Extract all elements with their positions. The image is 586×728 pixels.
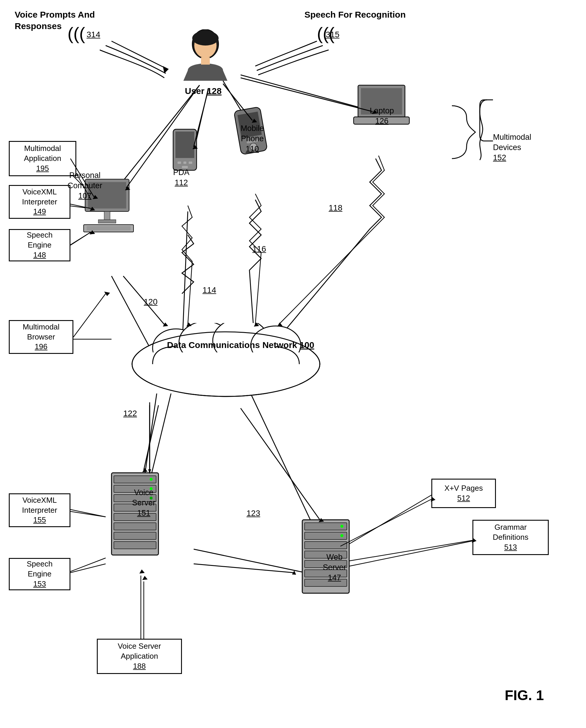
svg-rect-50: [183, 161, 186, 164]
svg-line-102: [194, 564, 293, 573]
svg-rect-48: [176, 131, 194, 158]
ref-120: 120: [144, 297, 158, 307]
speech-engine-top-box: Speech Engine 148: [9, 229, 71, 261]
ref-314: 314: [86, 29, 100, 40]
pda-label: PDA112: [173, 168, 190, 188]
laptop-label: Laptop126: [370, 106, 394, 126]
ref-122: 122: [123, 408, 137, 419]
svg-line-105: [71, 564, 106, 573]
svg-rect-43: [104, 211, 110, 220]
network-label: Data Communications Network 100: [158, 339, 323, 351]
svg-rect-51: [189, 161, 192, 164]
svg-rect-74: [114, 523, 156, 530]
speech-engine-bot-box: Speech Engine 153: [9, 558, 71, 590]
speech-recognition-label: Speech For Recognition: [299, 9, 411, 20]
svg-marker-113: [104, 292, 110, 296]
voice-wave-right: (((: [317, 24, 335, 44]
grammar-def-box: Grammar Definitions 513: [473, 520, 549, 555]
svg-rect-76: [114, 542, 156, 549]
multimodal-devices-label: MultimodalDevices152: [493, 132, 531, 163]
ref-123: 123: [246, 508, 260, 519]
user-icon: [182, 29, 229, 82]
svg-marker-103: [292, 571, 296, 575]
diagram: Voice Prompts And Responses Speech For R…: [0, 0, 586, 728]
fig-label: FIG. 1: [505, 687, 544, 703]
user-label: User 128: [185, 85, 221, 97]
mobile-phone-label: MobilePhone110: [241, 123, 264, 154]
ref-114: 114: [203, 285, 216, 296]
svg-marker-0: [163, 66, 169, 73]
svg-line-110: [349, 541, 473, 561]
svg-rect-66: [153, 352, 299, 394]
svg-point-88: [340, 525, 343, 528]
web-server-label: WebServer147: [323, 552, 346, 583]
svg-line-25: [194, 549, 305, 573]
svg-line-33: [346, 541, 475, 567]
voicexml-interp-bot-box: VoiceXML Interpreter 155: [9, 493, 71, 527]
multimodal-app-box: Multimodal Application 195: [9, 141, 76, 176]
voice-server-label: VoiceServer151: [132, 487, 156, 518]
multimodal-browser-box: Multimodal Browser 196: [9, 320, 73, 354]
multimodal-devices-brace: [478, 97, 496, 185]
ref-118: 118: [329, 203, 342, 213]
svg-point-89: [340, 534, 343, 537]
svg-marker-30: [142, 576, 148, 580]
svg-rect-75: [114, 532, 156, 539]
svg-point-77: [150, 478, 153, 481]
svg-rect-44: [98, 220, 116, 223]
svg-line-7: [241, 75, 364, 109]
svg-line-28: [68, 558, 106, 573]
svg-point-39: [192, 31, 219, 46]
network-cloud: [123, 323, 329, 405]
svg-line-100: [241, 408, 320, 520]
svg-rect-49: [178, 161, 181, 164]
voice-server-icon: [106, 470, 164, 573]
svg-rect-83: [304, 542, 347, 549]
svg-line-104: [71, 509, 106, 517]
ref-116: 116: [252, 244, 266, 254]
voicexml-interp-top-box: VoiceXML Interpreter 149: [9, 185, 71, 219]
svg-line-96: [144, 405, 158, 470]
svg-line-112: [73, 294, 106, 337]
voice-wave-left: ))): [68, 24, 85, 44]
pc-label: PersonalComputer107: [68, 170, 102, 201]
xv-pages-box: X+V Pages 512: [431, 479, 496, 508]
voice-server-app-box: Voice Server Application 188: [97, 639, 182, 674]
svg-rect-46: [86, 226, 131, 230]
svg-line-27: [68, 511, 106, 517]
svg-rect-40: [201, 57, 210, 65]
